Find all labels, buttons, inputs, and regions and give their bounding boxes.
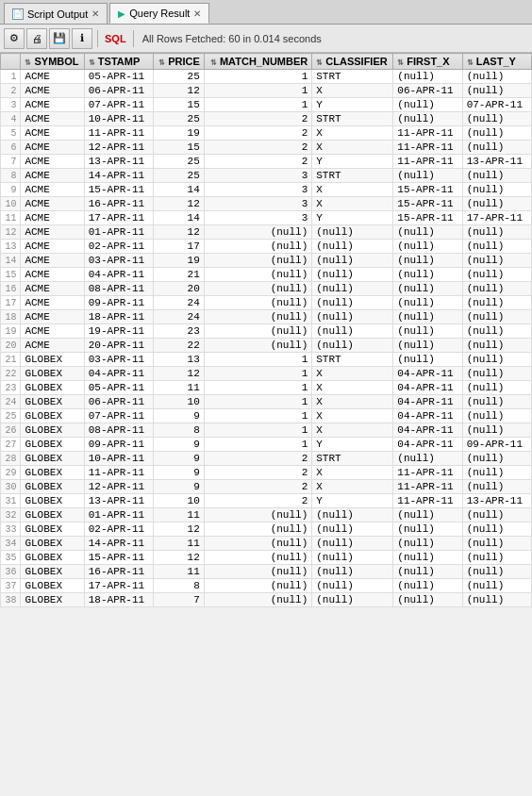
tab-query-result[interactable]: ▶ Query Result ✕ xyxy=(109,3,209,24)
cell-classifier: STRT xyxy=(312,112,393,126)
cell-match-number: 1 xyxy=(204,70,311,84)
table-row: 16ACME08-APR-1120(null)(null)(null)(null… xyxy=(1,282,532,296)
col-header-tstamp[interactable]: ⇅ TSTAMP xyxy=(84,54,153,70)
cell-price: 9 xyxy=(154,452,205,466)
col-header-match[interactable]: ⇅ MATCH_NUMBER xyxy=(204,54,311,70)
table-row: 7ACME13-APR-11252Y11-APR-1113-APR-11 xyxy=(1,155,532,169)
table-row: 37GLOBEX17-APR-118(null)(null)(null)(nul… xyxy=(1,579,532,593)
cell-classifier: (null) xyxy=(312,593,393,607)
cell-match-number: 2 xyxy=(204,155,311,169)
tab-script-output[interactable]: 📄 Script Output ✕ xyxy=(4,3,108,24)
sort-icon-price: ⇅ xyxy=(158,58,165,67)
cell-tstamp: 02-APR-11 xyxy=(84,522,153,537)
row-num: 6 xyxy=(1,141,21,155)
sort-icon-tstamp: ⇅ xyxy=(89,58,95,67)
cell-symbol: GLOBEX xyxy=(21,551,84,565)
cell-match-number: (null) xyxy=(204,240,311,254)
toolbar-btn-1[interactable]: ⚙ xyxy=(4,28,25,49)
table-row: 1ACME05-APR-11251STRT(null)(null) xyxy=(1,70,532,84)
cell-classifier: (null) xyxy=(312,551,393,565)
col-header-firstx[interactable]: ⇅ FIRST_X xyxy=(393,54,462,70)
cell-last-y: (null) xyxy=(462,254,531,268)
cell-last-y: (null) xyxy=(462,423,531,438)
row-num: 10 xyxy=(1,197,21,211)
cell-match-number: 2 xyxy=(204,452,311,466)
cell-price: 14 xyxy=(154,183,205,197)
col-header-lasty[interactable]: ⇅ LAST_Y xyxy=(462,54,531,70)
cell-match-number: 2 xyxy=(204,466,311,480)
cell-symbol: ACME xyxy=(21,225,84,240)
cell-price: 12 xyxy=(154,225,205,240)
cell-match-number: 1 xyxy=(204,381,311,395)
cell-first-x: 04-APR-11 xyxy=(393,395,462,409)
cell-match-number: 1 xyxy=(204,98,311,112)
cell-classifier: X xyxy=(312,423,393,438)
cell-price: 23 xyxy=(154,324,205,339)
cell-symbol: ACME xyxy=(21,155,84,169)
cell-classifier: X xyxy=(312,141,393,155)
cell-tstamp: 08-APR-11 xyxy=(84,282,153,296)
table-row: 6ACME12-APR-11152X11-APR-11(null) xyxy=(1,141,532,155)
cell-price: 20 xyxy=(154,282,205,296)
table-row: 18ACME18-APR-1124(null)(null)(null)(null… xyxy=(1,310,532,324)
cell-tstamp: 04-APR-11 xyxy=(84,268,153,282)
cell-match-number: 1 xyxy=(204,353,311,367)
cell-symbol: GLOBEX xyxy=(21,452,84,466)
table-row: 13ACME02-APR-1117(null)(null)(null)(null… xyxy=(1,240,532,254)
cell-first-x: 15-APR-11 xyxy=(393,211,462,225)
cell-match-number: (null) xyxy=(204,296,311,310)
toolbar-btn-2[interactable]: 🖨 xyxy=(26,28,47,49)
cell-classifier: (null) xyxy=(312,508,393,522)
cell-price: 25 xyxy=(154,155,205,169)
cell-last-y: (null) xyxy=(462,84,531,98)
cell-tstamp: 16-APR-11 xyxy=(84,197,153,211)
tab-script-close[interactable]: ✕ xyxy=(91,8,99,19)
cell-tstamp: 04-APR-11 xyxy=(84,367,153,381)
row-num: 36 xyxy=(1,565,21,579)
cell-classifier: X xyxy=(312,84,393,98)
cell-tstamp: 08-APR-11 xyxy=(84,423,153,438)
cell-match-number: (null) xyxy=(204,339,311,353)
row-num: 3 xyxy=(1,98,21,112)
row-num: 34 xyxy=(1,537,21,551)
tab-query-close[interactable]: ✕ xyxy=(193,8,201,19)
cell-symbol: GLOBEX xyxy=(21,508,84,522)
cell-symbol: GLOBEX xyxy=(21,522,84,537)
script-icon: 📄 xyxy=(12,8,24,20)
cell-match-number: 2 xyxy=(204,494,311,508)
table-container[interactable]: ⇅ SYMBOL ⇅ TSTAMP ⇅ PRICE ⇅ MATCH_NUMBER… xyxy=(0,53,532,775)
cell-symbol: ACME xyxy=(21,282,84,296)
row-num: 12 xyxy=(1,225,21,240)
col-header-rownum xyxy=(1,54,21,70)
cell-classifier: Y xyxy=(312,155,393,169)
cell-classifier: X xyxy=(312,409,393,423)
col-header-symbol[interactable]: ⇅ SYMBOL xyxy=(21,54,84,70)
cell-price: 11 xyxy=(154,537,205,551)
col-header-classifier[interactable]: ⇅ CLASSIFIER xyxy=(312,54,393,70)
cell-price: 9 xyxy=(154,409,205,423)
cell-tstamp: 12-APR-11 xyxy=(84,141,153,155)
cell-first-x: (null) xyxy=(393,565,462,579)
cell-first-x: 15-APR-11 xyxy=(393,183,462,197)
cell-price: 25 xyxy=(154,169,205,183)
row-num: 21 xyxy=(1,353,21,367)
tab-script-label: Script Output xyxy=(27,8,88,20)
cell-symbol: ACME xyxy=(21,211,84,225)
col-header-price[interactable]: ⇅ PRICE xyxy=(154,54,205,70)
cell-symbol: GLOBEX xyxy=(21,423,84,438)
cell-tstamp: 02-APR-11 xyxy=(84,240,153,254)
toolbar-btn-4[interactable]: ℹ xyxy=(72,28,92,49)
cell-match-number: (null) xyxy=(204,225,311,240)
table-row: 12ACME01-APR-1112(null)(null)(null)(null… xyxy=(1,225,532,240)
cell-last-y: (null) xyxy=(462,268,531,282)
cell-tstamp: 20-APR-11 xyxy=(84,339,153,353)
row-num: 20 xyxy=(1,339,21,353)
cell-first-x: (null) xyxy=(393,508,462,522)
cell-match-number: 2 xyxy=(204,141,311,155)
cell-price: 11 xyxy=(154,565,205,579)
cell-tstamp: 03-APR-11 xyxy=(84,353,153,367)
toolbar-btn-3[interactable]: 💾 xyxy=(49,28,70,49)
cell-classifier: (null) xyxy=(312,324,393,339)
row-num: 28 xyxy=(1,452,21,466)
cell-last-y: (null) xyxy=(462,593,531,607)
